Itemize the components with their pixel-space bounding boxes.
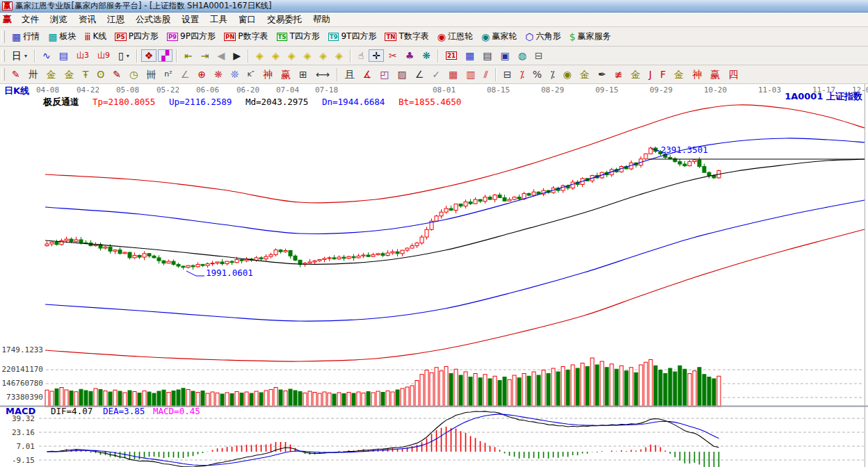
t-square-button[interactable]: TST四方形	[273, 29, 323, 44]
expand-horizontal-button[interactable]: ◈	[284, 49, 299, 62]
save-button[interactable]: ▣	[497, 49, 513, 62]
web2-button[interactable]: ❊	[227, 68, 243, 81]
gold-lines-button[interactable]: 金	[577, 68, 593, 81]
f-angle-button[interactable]: F	[657, 68, 669, 81]
kline-chart[interactable]: 04-0804-2205-0805-2206-0606-2007-0407-18…	[0, 84, 868, 467]
zoom-reset-button[interactable]: ◈	[332, 49, 346, 62]
menu-江恩[interactable]: 江恩	[102, 13, 130, 26]
crosshair-tool-button[interactable]: ✛	[369, 49, 384, 62]
candle-style-button[interactable]: ▯▾	[115, 49, 133, 62]
gann-wheel-button[interactable]: ◉江恩轮	[434, 29, 476, 44]
menu-资讯[interactable]: 资讯	[73, 13, 102, 26]
hatch-box-button[interactable]: ▨	[394, 68, 410, 81]
last-page-button[interactable]: ⇥	[198, 49, 213, 62]
pattern-search-button[interactable]: ❋	[419, 49, 434, 62]
menu-公式选股[interactable]: 公式选股	[130, 13, 176, 26]
menu-文件[interactable]: 文件	[16, 13, 45, 26]
p9-square-button[interactable]: P99P四方形	[163, 29, 219, 44]
print-button[interactable]: ⊟	[531, 49, 547, 62]
red-grid-button[interactable]: ▦	[445, 68, 461, 81]
calendar-button[interactable]: 21	[442, 50, 460, 61]
gold-angle-button[interactable]: 金	[670, 68, 687, 81]
comb2-button[interactable]: 卌	[143, 68, 159, 81]
gann-sketch-button[interactable]: ∿	[39, 49, 54, 62]
scale-button[interactable]: ⊟	[500, 68, 515, 81]
parallel-lines-button[interactable]: ⫽	[481, 68, 492, 81]
gold-square-button[interactable]: 金	[43, 68, 60, 81]
t9-square-button[interactable]: T99T四方形	[325, 29, 380, 44]
k-note-button[interactable]: ĸ″	[243, 68, 257, 81]
tree-tool-button[interactable]: ♣	[402, 49, 418, 62]
pen-tool-button[interactable]: ✎	[8, 68, 24, 81]
sectors-button[interactable]: ▩板块	[45, 29, 79, 44]
j-angle-button[interactable]: J	[645, 68, 655, 81]
ying-angle-button[interactable]: 赢	[707, 68, 723, 81]
hand-tool-button[interactable]: ☝	[355, 49, 368, 62]
period-day-button[interactable]: 日▾	[8, 49, 31, 62]
fan-box-button[interactable]: ◰	[376, 68, 392, 81]
gold-line-button[interactable]: 金	[627, 68, 644, 81]
percent-line-button[interactable]: ⁒	[547, 68, 558, 81]
first-page-button[interactable]: ⇤	[181, 49, 196, 62]
next-bar-button[interactable]: ▶	[230, 49, 244, 62]
web-button[interactable]: ❋	[211, 68, 226, 81]
gold-circle-button[interactable]: ◉	[559, 68, 574, 81]
percent-down-button[interactable]: ⁒	[517, 68, 528, 81]
shen-grid-button[interactable]: 神	[259, 68, 276, 81]
pen-chart-button[interactable]: ✎	[109, 68, 124, 81]
wave3-button[interactable]: 山3	[73, 49, 93, 62]
title-bar[interactable]: 赢 赢家江恩专业版[赢家内部服务平台] - [上证指数 SH1A0001-167…	[0, 0, 868, 13]
port-tool-button[interactable]: 且	[341, 68, 358, 81]
calculator-button[interactable]: ▦	[462, 49, 478, 62]
compress-right-button[interactable]: ◈	[268, 49, 283, 62]
check-button[interactable]: ✓	[428, 68, 444, 81]
p-number-button[interactable]: PNP数字表	[220, 29, 272, 44]
compress-both-button[interactable]: ◈	[300, 49, 314, 62]
menu-工具[interactable]: 工具	[204, 13, 233, 26]
browser-button[interactable]: ◍	[515, 49, 530, 62]
kline-button[interactable]: ⅲK线	[81, 29, 110, 44]
span-arrow-button[interactable]: ⟷	[312, 68, 333, 81]
notepad-button[interactable]: ▤	[479, 49, 495, 62]
f-square-button[interactable]: Ŧ	[79, 68, 93, 81]
wave9-button[interactable]: 山9	[94, 49, 113, 62]
menu-设置[interactable]: 设置	[176, 13, 204, 26]
gold-square2-button[interactable]: 金	[61, 68, 78, 81]
price-annotation: 1991.0601	[206, 268, 253, 278]
t-number-button[interactable]: TNT数字表	[381, 29, 432, 44]
ink-pen-button[interactable]: ✒	[595, 68, 610, 81]
p-square-button[interactable]: PSP四方形	[111, 29, 162, 44]
spiral-button[interactable]: ʘ	[93, 68, 108, 81]
circle-cross-button[interactable]: ⊕	[194, 68, 209, 81]
shen-angle-button[interactable]: 神	[689, 68, 705, 81]
prev-bar-button[interactable]: ◀	[214, 49, 229, 62]
angle-ruler-button[interactable]: ∠	[177, 68, 193, 81]
menu-浏览[interactable]: 浏览	[45, 13, 73, 26]
pattern-button[interactable]: ❖	[141, 49, 157, 62]
time-circle-button[interactable]: ◷	[126, 68, 141, 81]
f10-info-button[interactable]: ▤	[56, 49, 72, 62]
red-grid2-button[interactable]: ▥	[463, 68, 479, 81]
hexagon-button[interactable]: ⬡六角形	[522, 29, 564, 44]
gann-line-button[interactable]: ≢	[611, 68, 626, 81]
expand-both-button[interactable]: ◈	[316, 49, 330, 62]
quotes-button[interactable]: ▦行情	[8, 29, 43, 44]
menu-帮助[interactable]: 帮助	[307, 13, 336, 26]
percent-button[interactable]: %	[529, 68, 545, 81]
menu-窗口[interactable]: 窗口	[233, 13, 262, 26]
compress-left-button[interactable]: ◈	[252, 49, 267, 62]
n2-button[interactable]: n²	[161, 68, 175, 81]
ying-grid-button[interactable]: 赢	[278, 68, 294, 81]
winner-service-button[interactable]: $赢家服务	[565, 29, 614, 44]
measure-tool-button[interactable]: ✂	[385, 49, 401, 62]
menu-交易委托[interactable]: 交易委托	[262, 13, 307, 26]
angle-pen-button[interactable]: ∠	[412, 68, 428, 81]
fan-lines-button[interactable]: ∡	[360, 68, 376, 81]
volume-profile-button-icon: ▞	[161, 51, 169, 60]
si-angle-button[interactable]: 四	[725, 68, 741, 81]
volume-profile-button[interactable]: ▞	[158, 49, 172, 62]
winner-wheel-button[interactable]: ◉赢家轮	[478, 29, 520, 44]
calendar-button-icon: 21	[446, 51, 457, 60]
comb-grid-button[interactable]: 卅	[25, 68, 42, 81]
grid123-button[interactable]: ⊞	[296, 68, 311, 81]
